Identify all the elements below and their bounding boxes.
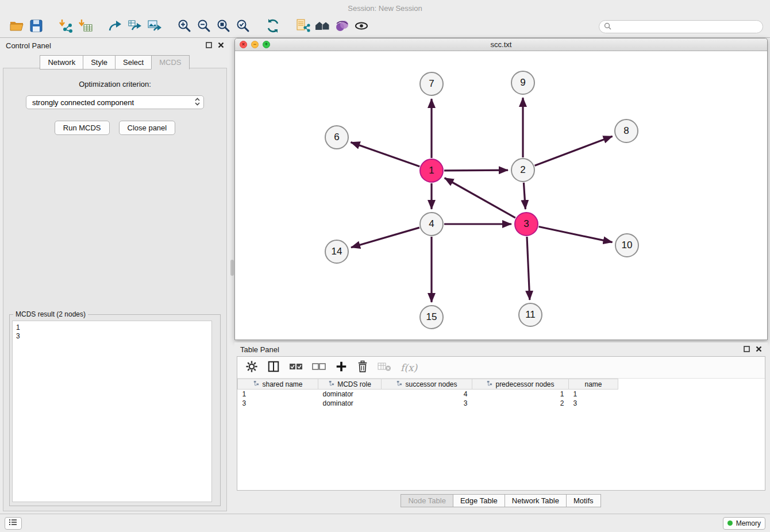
close-window-icon[interactable]: × (240, 41, 247, 48)
graph-edge-3-1[interactable] (445, 178, 515, 218)
table-options-gear-icon[interactable] (245, 360, 258, 375)
cell-name[interactable]: 1 (569, 390, 618, 399)
show-details-button[interactable] (352, 18, 371, 36)
mcds-panel-body: Optimization criterion: strongly connect… (3, 68, 227, 511)
export-network-button[interactable] (106, 18, 125, 36)
column-header-name[interactable]: name (569, 379, 618, 390)
graph-node-8[interactable]: 8 (614, 119, 638, 143)
cell-mcds-role[interactable]: dominator (318, 399, 382, 408)
close-table-panel-icon[interactable] (756, 345, 762, 354)
table-row[interactable]: 1 dominator 4 1 1 (238, 390, 618, 399)
run-mcds-button[interactable]: Run MCDS (55, 121, 110, 135)
column-header-successor-nodes[interactable]: successor nodes (382, 379, 472, 390)
cell-name[interactable]: 3 (569, 399, 618, 408)
panel-splitter[interactable] (230, 38, 234, 514)
tab-mcds[interactable]: MCDS (151, 55, 189, 70)
save-session-button[interactable] (26, 18, 46, 36)
search-input[interactable] (614, 23, 758, 31)
select-all-icon[interactable] (289, 361, 303, 374)
graph-edge-2-3[interactable] (523, 183, 525, 209)
criterion-dropdown[interactable]: strongly connected component (26, 95, 204, 109)
tab-node-table[interactable]: Node Table (401, 494, 453, 507)
delete-table-icon[interactable] (378, 361, 391, 375)
network-window-titlebar[interactable]: × − + scc.txt (235, 38, 767, 51)
control-panel-title: Control Panel (6, 41, 51, 50)
tab-motifs[interactable]: Motifs (566, 494, 601, 507)
graph-node-3[interactable]: 3 (514, 212, 538, 236)
memory-status-icon (727, 521, 733, 526)
export-image-button[interactable] (145, 18, 164, 36)
function-builder-button[interactable]: f(x) (401, 362, 417, 373)
refresh-button[interactable] (263, 18, 283, 36)
graph-node-6[interactable]: 6 (325, 125, 349, 149)
graph-node-7[interactable]: 7 (419, 72, 444, 96)
cell-shared-name[interactable]: 1 (238, 390, 318, 399)
column-header-mcds-role[interactable]: MCDS role (318, 379, 382, 390)
zoom-selected-button[interactable] (233, 18, 253, 36)
splitter-thumb[interactable] (230, 260, 234, 276)
zoom-fit-icon (216, 18, 231, 36)
window-title: Session: New Session (348, 4, 422, 13)
tab-network[interactable]: Network (40, 55, 83, 70)
tab-style[interactable]: Style (83, 55, 116, 70)
cell-mcds-role[interactable]: dominator (318, 390, 382, 399)
window-titlebar: Session: New Session (0, 0, 770, 16)
cell-successor-nodes[interactable]: 4 (382, 390, 472, 399)
graph-node-14[interactable]: 14 (325, 240, 349, 264)
close-panel-button[interactable]: Close panel (119, 121, 176, 135)
show-columns-icon[interactable] (267, 360, 280, 375)
zoom-out-button[interactable] (194, 18, 214, 36)
column-type-icon (396, 380, 402, 388)
tab-edge-table[interactable]: Edge Table (453, 494, 505, 507)
memory-button[interactable]: Memory (723, 517, 765, 530)
graph-edge-3-10[interactable] (539, 227, 613, 242)
tab-select[interactable]: Select (115, 55, 152, 70)
cell-predecessor-nodes[interactable]: 1 (472, 390, 569, 399)
graph-edge-1-6[interactable] (351, 142, 420, 167)
zoom-fit-button[interactable] (214, 18, 233, 36)
zoom-in-icon (177, 18, 192, 36)
table-row[interactable]: 3 dominator 3 2 3 (238, 399, 618, 408)
cell-predecessor-nodes[interactable]: 2 (472, 399, 569, 408)
graph-node-1[interactable]: 1 (419, 159, 444, 183)
network-canvas[interactable]: 7968124314101511 (235, 51, 767, 340)
graph-edge-1-2[interactable] (444, 170, 508, 171)
column-header-shared-name[interactable]: shared name (238, 379, 318, 390)
export-table-button[interactable] (125, 18, 145, 36)
graph-edge-3-11[interactable] (527, 237, 530, 300)
style-venn-button[interactable] (332, 18, 352, 36)
graph-node-15[interactable]: 15 (419, 305, 444, 329)
graph-node-4[interactable]: 4 (419, 212, 444, 236)
column-header-predecessor-nodes[interactable]: predecessor nodes (472, 379, 569, 390)
graph-edge-2-8[interactable] (535, 136, 613, 165)
mcds-result-group: MCDS result (2 nodes) 1 3 (9, 314, 221, 506)
home-button[interactable] (313, 18, 332, 36)
task-history-button[interactable] (5, 517, 22, 530)
tab-network-table[interactable]: Network Table (505, 494, 567, 507)
delete-column-icon[interactable] (357, 360, 368, 375)
column-type-icon (253, 380, 259, 388)
float-panel-icon[interactable] (206, 41, 212, 50)
graph-edge-4-14[interactable] (351, 228, 419, 248)
close-panel-icon[interactable] (218, 41, 224, 50)
graph-node-11[interactable]: 11 (518, 303, 542, 327)
import-table-button[interactable] (76, 18, 95, 36)
cell-shared-name[interactable]: 3 (238, 399, 318, 408)
open-session-button[interactable] (7, 18, 26, 36)
cell-successor-nodes[interactable]: 3 (382, 399, 472, 408)
import-network-button[interactable] (56, 18, 76, 36)
minimize-window-icon[interactable]: − (251, 41, 259, 48)
deselect-all-icon[interactable] (312, 361, 326, 374)
mcds-result-box[interactable]: 1 3 (12, 321, 212, 502)
search-box[interactable] (599, 20, 763, 33)
graph-node-2[interactable]: 2 (511, 158, 535, 182)
graph-node-10[interactable]: 10 (615, 233, 639, 257)
network-file-button[interactable] (293, 18, 313, 36)
float-table-panel-icon[interactable] (744, 345, 750, 354)
application-window: Session: New Session (0, 0, 770, 532)
zoom-in-button[interactable] (175, 18, 194, 36)
graph-node-9[interactable]: 9 (511, 71, 535, 95)
add-column-icon[interactable] (335, 360, 348, 375)
save-floppy-icon (29, 19, 43, 35)
maximize-window-icon[interactable]: + (263, 41, 270, 48)
